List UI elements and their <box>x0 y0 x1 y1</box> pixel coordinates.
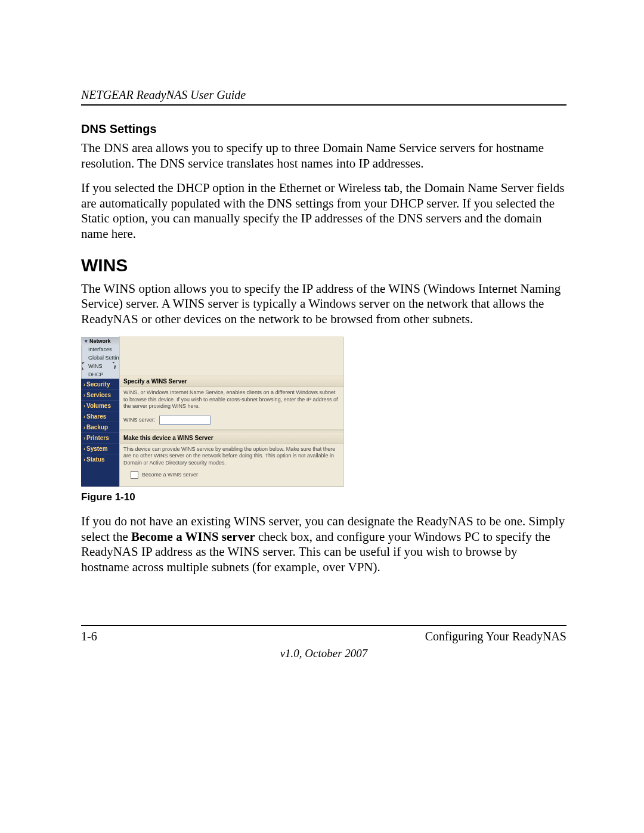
paragraph-wins-intro: The WINS option allows you to specify th… <box>81 281 566 327</box>
paragraph-dns-1: The DNS area allows you to specify up to… <box>81 141 566 171</box>
panel-body-specify-wins: WINS, or Windows Internet Name Service, … <box>120 387 343 430</box>
chevron-down-icon: ▾ <box>85 338 88 344</box>
sidebar: ▾ Network Interfaces Global Settings WIN… <box>81 336 119 487</box>
sidebar-sub-interfaces[interactable]: Interfaces <box>81 345 119 354</box>
sidebar-item-printers[interactable]: ›Printers <box>81 432 119 443</box>
sidebar-item-backup[interactable]: ›Backup <box>81 422 119 432</box>
sidebar-group-network[interactable]: ▾ Network <box>81 336 119 345</box>
sidebar-sub-label: WINS <box>88 363 103 369</box>
heading-wins: WINS <box>81 255 566 275</box>
sidebar-sub-wins[interactable]: WINS <box>81 362 119 370</box>
sidebar-item-volumes[interactable]: ›Volumes <box>81 400 119 411</box>
paragraph-dns-2: If you selected the DHCP option in the E… <box>81 181 566 241</box>
sidebar-sub-dhcp[interactable]: DHCP <box>81 370 119 379</box>
panel-body-make-wins: This device can provide WINS service by … <box>120 444 343 487</box>
sidebar-item-status[interactable]: ›Status <box>81 454 119 465</box>
become-wins-checkbox[interactable] <box>131 471 138 479</box>
sidebar-item-label: Security <box>86 381 110 388</box>
sidebar-item-label: Shares <box>86 413 106 420</box>
sidebar-group-label: Network <box>89 338 111 344</box>
become-wins-checkbox-label: Become a WINS server <box>142 472 198 478</box>
page-footer: 1-6 Configuring Your ReadyNAS v1.0, Octo… <box>81 625 566 660</box>
running-header: NETGEAR ReadyNAS User Guide <box>81 88 566 102</box>
content-pane: Specify a WINS Server WINS, or Windows I… <box>119 336 343 487</box>
sidebar-sub-global-settings[interactable]: Global Settings <box>81 354 119 362</box>
sidebar-item-security[interactable]: ›Security <box>81 379 119 389</box>
chevron-right-icon: › <box>83 382 85 388</box>
sidebar-item-label: Status <box>86 456 105 463</box>
chevron-right-icon: › <box>83 425 85 431</box>
panel-title-make-wins: Make this device a WINS Server <box>120 433 343 444</box>
sidebar-item-label: Volumes <box>86 402 111 409</box>
text-bold-become-wins: Become a WINS server <box>131 529 255 544</box>
footer-version: v1.0, October 2007 <box>81 647 566 660</box>
panel-title-specify-wins: Specify a WINS Server <box>120 376 343 387</box>
figure-screenshot: ▾ Network Interfaces Global Settings WIN… <box>81 336 343 487</box>
footer-page-number: 1-6 <box>81 630 97 643</box>
paragraph-after-figure: If you do not have an existing WINS serv… <box>81 514 566 575</box>
wins-server-input[interactable] <box>159 416 210 425</box>
figure-caption: Figure 1-10 <box>81 491 566 503</box>
panel-desc: This device can provide WINS service by … <box>123 446 340 466</box>
chevron-right-icon: › <box>83 446 85 452</box>
header-rule <box>81 104 566 106</box>
panel-desc: WINS, or Windows Internet Name Service, … <box>123 389 340 410</box>
chevron-right-icon: › <box>83 414 85 420</box>
chevron-right-icon: › <box>83 392 85 398</box>
sidebar-item-services[interactable]: ›Services <box>81 389 119 400</box>
chevron-right-icon: › <box>83 435 85 441</box>
footer-rule <box>81 625 566 626</box>
content-top-spacer <box>120 336 343 376</box>
chevron-right-icon: › <box>83 457 85 463</box>
sidebar-item-system[interactable]: ›System <box>81 443 119 454</box>
wins-server-label: WINS server: <box>123 417 156 423</box>
sidebar-item-label: Printers <box>86 435 109 441</box>
footer-chapter-title: Configuring Your ReadyNAS <box>425 630 566 643</box>
sidebar-item-label: System <box>86 445 108 452</box>
sidebar-item-shares[interactable]: ›Shares <box>81 411 119 422</box>
heading-dns-settings: DNS Settings <box>81 122 566 136</box>
sidebar-item-label: Services <box>86 392 111 398</box>
chevron-right-icon: › <box>83 403 85 409</box>
sidebar-item-label: Backup <box>86 424 108 431</box>
